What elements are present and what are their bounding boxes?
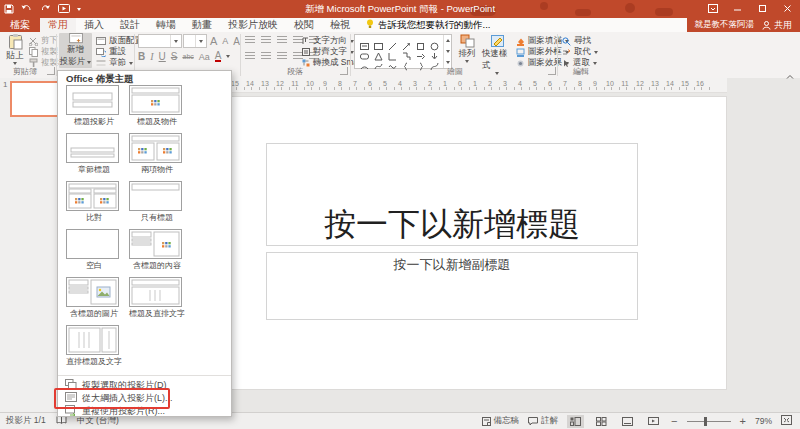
zoom-out-button[interactable]: − — [671, 415, 677, 427]
clipboard-group-label: 剪貼簿 — [0, 66, 50, 77]
subtitle-placeholder[interactable]: 按一下以新增副標題 — [266, 252, 638, 320]
font-name-combobox[interactable] — [138, 34, 182, 48]
normal-view-button[interactable] — [567, 415, 584, 428]
ruler-number: 11 — [291, 80, 298, 87]
italic-button[interactable]: I — [150, 51, 153, 62]
layout-thumbnail — [129, 133, 182, 163]
ribbon-tab[interactable]: 設計 — [112, 18, 148, 32]
layout-label: 比對 — [66, 212, 122, 223]
ruler-number: 9 — [323, 80, 327, 87]
ribbon-tab[interactable]: 動畫 — [184, 18, 220, 32]
change-case-button[interactable]: Aa — [199, 52, 210, 62]
ribbon-tab[interactable]: 插入 — [76, 18, 112, 32]
comment-icon — [528, 417, 538, 426]
layout-option[interactable]: 空白 — [66, 229, 124, 277]
ruler-number: 15 — [231, 80, 239, 87]
ribbon-tab[interactable]: 校閱 — [286, 18, 322, 32]
layout-option[interactable]: 標題及直排文字 — [129, 277, 187, 325]
font-size-combobox[interactable] — [183, 34, 207, 48]
layout-option[interactable]: 比對 — [66, 181, 124, 229]
minimize-icon[interactable] — [725, 0, 750, 16]
layout-thumbnail — [66, 133, 119, 163]
tab-file[interactable]: 檔案 — [0, 18, 40, 32]
layout-option[interactable]: 只有標題 — [129, 181, 187, 229]
dropdown-arrow-icon — [129, 62, 133, 65]
slide-sorter-view-button[interactable] — [593, 415, 610, 428]
paste-button[interactable]: 貼上 — [3, 33, 27, 65]
align-left-icon[interactable] — [245, 52, 255, 60]
dropdown-arrow-icon — [465, 60, 469, 63]
slide-thumbnail-number: 1 — [3, 80, 7, 89]
layout-option[interactable]: 章節標題 — [66, 133, 124, 181]
title-placeholder[interactable]: 按一下以新增標題 — [266, 143, 638, 246]
shapes-gallery[interactable] — [354, 34, 452, 69]
ribbon-display-options-icon[interactable] — [700, 0, 725, 16]
bold-button[interactable]: B — [138, 51, 145, 62]
ruler-number: 15 — [681, 80, 689, 87]
align-right-icon[interactable] — [277, 52, 287, 60]
arrange-button[interactable]: 排列 — [454, 34, 480, 63]
decrease-indent-icon[interactable] — [277, 36, 287, 44]
ruler-number: 6 — [548, 80, 552, 87]
clipboard-dialog-launcher-icon[interactable] — [47, 67, 55, 75]
layout-thumbnail — [129, 277, 182, 307]
layout-option[interactable]: 標題投影片 — [66, 85, 124, 133]
ribbon-tab[interactable]: 投影片放映 — [220, 18, 286, 32]
paragraph-dialog-launcher-icon[interactable] — [340, 67, 348, 75]
layout-option[interactable]: 直排標題及文字 — [66, 325, 124, 373]
slideshow-view-button[interactable] — [645, 415, 662, 428]
section-button[interactable]: 章節 — [96, 57, 133, 69]
zoom-slider[interactable] — [687, 415, 731, 428]
person-icon — [762, 21, 771, 30]
numbering-icon[interactable] — [261, 36, 271, 44]
comments-button[interactable]: 註解 — [528, 415, 558, 427]
maximize-icon[interactable] — [750, 0, 775, 16]
powerpoint-window: 新增 Microsoft PowerPoint 簡報 - PowerPoint … — [0, 0, 800, 429]
align-center-icon[interactable] — [261, 52, 271, 60]
dropdown-arrow-icon — [174, 40, 178, 43]
close-icon[interactable] — [775, 0, 800, 16]
scroll-down-icon[interactable] — [446, 50, 450, 53]
underline-button[interactable]: U — [159, 51, 166, 62]
gallery-more-icon[interactable] — [446, 61, 450, 64]
layout-label: 標題投影片 — [66, 116, 122, 127]
tell-me-box[interactable]: 告訴我您想要執行的動作... — [358, 18, 498, 32]
new-slide-button[interactable]: 新增 投影片 — [59, 33, 92, 68]
layout-option[interactable]: 含標題的圖片 — [66, 277, 124, 325]
slide-thumbnail-panel: 1 — [0, 78, 57, 412]
ruler-number: 16 — [696, 80, 704, 87]
ribbon-tab[interactable]: 常用 — [40, 18, 76, 32]
tell-me-label: 告訴我您想要執行的動作... — [378, 19, 490, 32]
ribbon-tab[interactable]: 轉場 — [148, 18, 184, 32]
section-icon — [96, 59, 106, 67]
drawing-dialog-launcher-icon[interactable] — [548, 67, 556, 75]
layout-option[interactable]: 標題及物件 — [129, 85, 187, 133]
zoom-in-button[interactable]: + — [740, 415, 746, 427]
grow-font-button[interactable]: A — [210, 35, 217, 47]
shrink-font-button[interactable]: A — [222, 36, 228, 46]
reading-view-button[interactable] — [619, 415, 636, 428]
ribbon-tab[interactable]: 檢視 — [322, 18, 358, 32]
scroll-up-icon[interactable] — [446, 39, 450, 42]
shapes-gallery-scroll[interactable] — [443, 35, 451, 68]
fit-to-window-icon[interactable] — [781, 415, 792, 427]
layout-thumbnail — [66, 85, 119, 115]
layout-option[interactable]: 含標題的內容 — [129, 229, 187, 277]
font-color-button[interactable]: A — [215, 51, 222, 62]
ruler-number: 5 — [533, 80, 537, 87]
scissors-icon — [29, 37, 38, 46]
zoom-percent[interactable]: 79% — [755, 416, 772, 426]
text-shadow-button[interactable]: abc — [182, 53, 193, 60]
account-area: 就是教不落阿湯 共用 — [687, 18, 800, 32]
bullets-icon[interactable] — [245, 36, 255, 44]
layout-option[interactable]: 兩項物件 — [129, 133, 187, 181]
user-name[interactable]: 就是教不落阿湯 — [695, 19, 755, 31]
share-button[interactable]: 共用 — [762, 19, 792, 32]
reset-icon — [96, 48, 106, 57]
zoom-slider-thumb[interactable] — [704, 417, 707, 426]
layout-thumbnail — [66, 229, 119, 259]
ruler-number: 7 — [353, 80, 357, 87]
strikethrough-button[interactable]: S — [171, 51, 178, 62]
collapse-ribbon-icon[interactable] — [786, 66, 794, 84]
notes-button[interactable]: 備忘稿 — [482, 415, 520, 427]
